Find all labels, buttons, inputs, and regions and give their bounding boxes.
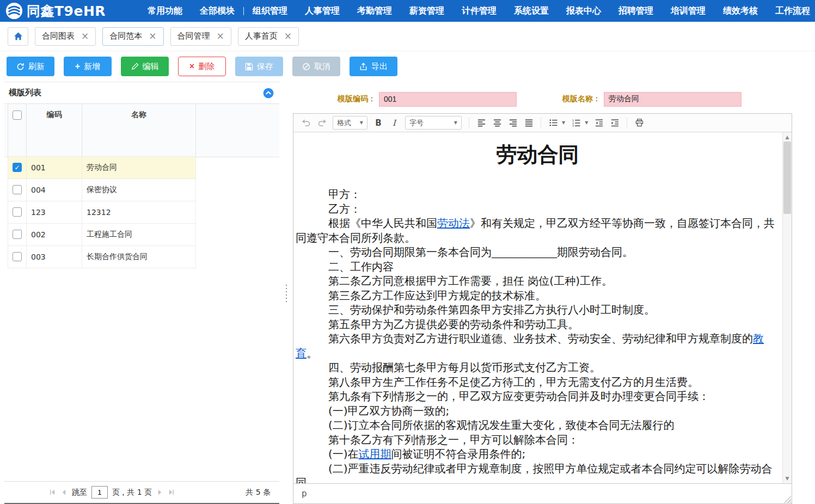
scrollbar-thumb[interactable]	[783, 142, 791, 214]
pencil-icon	[131, 63, 139, 70]
editor-content[interactable]: 劳动合同 甲方：乙方：根据《中华人民共和国劳动法》和有关规定，甲乙双方经平等协商…	[293, 132, 792, 483]
delete-button[interactable]: × 删除	[178, 57, 226, 76]
add-button[interactable]: + 新增	[64, 57, 112, 76]
refresh-button[interactable]: 刷新	[7, 57, 54, 76]
align-left-icon[interactable]	[474, 116, 488, 130]
element-path: p	[302, 489, 307, 499]
resize-grip[interactable]	[784, 496, 791, 503]
export-button[interactable]: 导出	[350, 57, 397, 76]
nav-item-12[interactable]: 绩效考核	[714, 0, 767, 22]
nav-item-5[interactable]: 考勤管理	[348, 0, 401, 22]
editor-scrollbar[interactable]: ▲ ▼	[782, 132, 792, 483]
doc-paragraph: 三、劳动保护和劳动条件第四条甲方安排乙方执行八小时工时制度。	[296, 303, 780, 317]
row-checkbox[interactable]	[13, 185, 22, 194]
nav-item-8[interactable]: 系统设置	[505, 0, 557, 22]
doc-paragraph: 第三条乙方工作应达到甲方规定的技术标准。	[296, 288, 780, 303]
first-page-icon[interactable]	[49, 489, 56, 496]
tab-close-icon[interactable]: ×	[81, 32, 89, 41]
print-icon[interactable]	[632, 116, 646, 130]
row-checkbox[interactable]	[13, 207, 22, 217]
row-checkbox[interactable]	[13, 252, 22, 261]
redo-icon[interactable]	[315, 116, 329, 130]
row-code: 001	[27, 156, 82, 179]
outdent-icon[interactable]	[592, 116, 606, 130]
select-all-checkbox[interactable]	[13, 110, 22, 120]
cancel-button[interactable]: 取消	[292, 57, 340, 76]
panel-title: 模版列表	[9, 88, 41, 98]
tab-2[interactable]: 合同范本×	[102, 27, 163, 46]
row-name: 劳动合同	[82, 156, 196, 179]
page-number-input[interactable]	[91, 486, 108, 499]
template-table: 编码 名称 ✓001劳动合同004保密协议12312312002工程施工合同00…	[4, 104, 279, 481]
svg-text:3: 3	[572, 124, 574, 127]
bullet-list-caret-icon[interactable]: ▼	[562, 120, 565, 125]
next-page-icon[interactable]	[156, 489, 163, 496]
top-nav: 常用功能全部模块组织管理人事管理考勤管理薪资管理计件管理系统设置报表中心招聘管理…	[139, 0, 815, 22]
collapse-panel-button[interactable]	[263, 88, 274, 99]
table-row[interactable]: 12312312	[8, 201, 196, 223]
table-row[interactable]: 002工程施工合同	[8, 223, 196, 245]
table-row[interactable]: 004保密协议	[8, 179, 196, 201]
nav-item-2[interactable]: 全部模块	[191, 0, 243, 22]
edit-button[interactable]: 编辑	[121, 57, 169, 76]
doc-link[interactable]: 教育	[296, 332, 764, 360]
align-center-icon[interactable]	[490, 116, 504, 130]
pagination-bar: 跳至 页 , 共 1 页 共 5 条	[4, 481, 279, 503]
tab-1[interactable]: 合同图表×	[35, 27, 96, 46]
nav-item-4[interactable]: 人事管理	[296, 0, 348, 22]
panel-splitter[interactable]	[279, 82, 293, 504]
save-button[interactable]: 保存	[235, 57, 283, 76]
scroll-down-icon[interactable]: ▼	[783, 474, 792, 483]
doc-link[interactable]: 劳动法	[437, 217, 470, 230]
doc-link[interactable]: 试用期	[359, 447, 391, 460]
template-name-input[interactable]	[604, 92, 742, 107]
undo-icon[interactable]	[299, 116, 313, 130]
table-row[interactable]: 003长期合作供货合同	[8, 245, 196, 268]
editor-toolbar: 格式 ▼ B I 字号 ▼	[293, 114, 792, 132]
cancel-label: 取消	[314, 62, 330, 72]
doc-paragraph: 根据《中华人民共和国劳动法》和有关规定，甲乙双方经平等协商一致，自愿签订本合同，…	[296, 216, 780, 245]
numbered-list-caret-icon[interactable]: ▼	[585, 120, 588, 125]
tab-3[interactable]: 合同管理×	[170, 27, 231, 46]
tab-close-icon[interactable]: ×	[217, 32, 224, 41]
row-checkbox-cell: ✓	[8, 156, 27, 179]
font-size-dropdown[interactable]: 字号 ▼	[405, 116, 462, 130]
nav-item-6[interactable]: 薪资管理	[401, 0, 453, 22]
tab-close-icon[interactable]: ×	[149, 32, 156, 41]
nav-item-13[interactable]: 工作流程	[767, 0, 815, 22]
last-page-icon[interactable]	[168, 489, 175, 496]
scroll-up-icon[interactable]: ▲	[783, 133, 792, 142]
row-checkbox[interactable]	[13, 230, 22, 239]
toolbar-divider	[627, 118, 627, 128]
doc-paragraph: 第二条乙方同意根据甲方工作需要，担任 岗位(工种)工作。	[296, 274, 780, 288]
nav-item-1[interactable]: 常用功能	[139, 0, 191, 22]
align-justify-icon[interactable]	[522, 116, 536, 130]
numbered-list-icon[interactable]: 123	[569, 116, 583, 130]
tab-label: 人事首页	[245, 31, 278, 41]
tab-4[interactable]: 人事首页×	[238, 27, 299, 46]
doc-paragraph: 第六条甲方负责对乙方进行职业道德、业务技术、劳动安全、劳动纪律和甲方规章制度的教…	[296, 331, 780, 360]
rich-text-editor: 格式 ▼ B I 字号 ▼	[293, 113, 792, 504]
app-logo: 同鑫T9eHR	[0, 2, 139, 20]
nav-item-11[interactable]: 培训管理	[662, 0, 714, 22]
nav-item-3[interactable]: 组织管理	[244, 0, 296, 22]
tab-home[interactable]	[8, 27, 28, 46]
nav-item-7[interactable]: 计件管理	[453, 0, 505, 22]
template-code-input[interactable]	[379, 92, 517, 107]
doc-paragraph: (二)严重违反劳动纪律或者甲方规章制度，按照甲方单位规定或者本合同约定可以解除劳…	[296, 462, 780, 484]
nav-item-10[interactable]: 招聘管理	[610, 0, 662, 22]
doc-paragraph: (一)在试用期间被证明不符合录用条件的;	[296, 447, 780, 462]
row-checkbox-cell	[8, 245, 27, 268]
row-checkbox[interactable]: ✓	[13, 163, 22, 172]
table-row[interactable]: ✓001劳动合同	[8, 156, 196, 179]
indent-icon[interactable]	[608, 116, 622, 130]
tab-close-icon[interactable]: ×	[284, 32, 292, 41]
bullet-list-icon[interactable]	[546, 116, 560, 130]
italic-button[interactable]: I	[387, 116, 401, 130]
align-right-icon[interactable]	[506, 116, 520, 130]
prev-page-icon[interactable]	[60, 489, 68, 496]
nav-item-9[interactable]: 报表中心	[557, 0, 610, 22]
bold-button[interactable]: B	[371, 116, 385, 130]
format-dropdown[interactable]: 格式 ▼	[333, 116, 367, 130]
contract-document[interactable]: 劳动合同 甲方：乙方：根据《中华人民共和国劳动法》和有关规定，甲乙双方经平等协商…	[296, 132, 780, 483]
